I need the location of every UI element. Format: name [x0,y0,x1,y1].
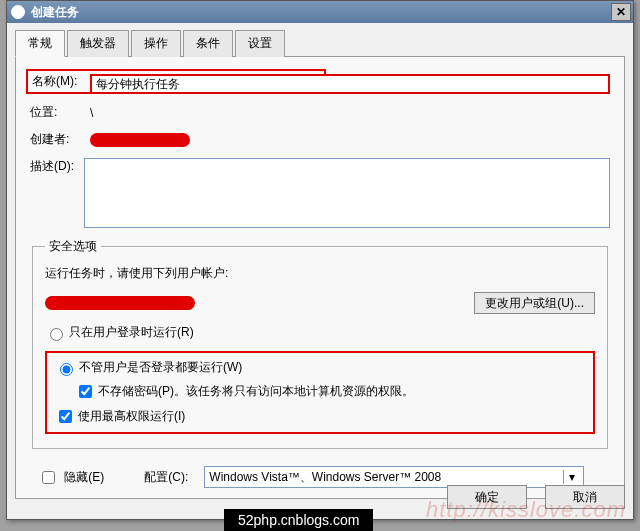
title-bar[interactable]: 创建任务 ✕ [7,1,633,23]
close-button[interactable]: ✕ [611,3,631,21]
name-label: 名称(M): [32,73,92,90]
tab-general[interactable]: 常规 [15,30,65,57]
tab-actions[interactable]: 操作 [131,30,181,57]
radio-run-whether-logged[interactable] [60,363,73,376]
radio-only-logged-on-label: 只在用户登录时运行(R) [69,324,194,341]
description-input[interactable] [84,158,610,228]
app-icon [11,5,25,19]
window-title: 创建任务 [31,4,79,21]
author-label: 创建者: [30,131,90,148]
security-options-group: 安全选项 运行任务时，请使用下列用户帐户: 更改用户或组(U)... 只在用户登… [32,238,608,449]
tab-conditions[interactable]: 条件 [183,30,233,57]
tab-settings[interactable]: 设置 [235,30,285,57]
run-as-label: 运行任务时，请使用下列用户帐户: [45,265,228,282]
security-legend: 安全选项 [45,238,101,255]
location-value: \ [90,106,93,120]
checkbox-no-store-password-label: 不存储密码(P)。该任务将只有访问本地计算机资源的权限。 [98,383,414,400]
ok-button[interactable]: 确定 [447,485,527,509]
change-user-button[interactable]: 更改用户或组(U)... [474,292,595,314]
radio-only-logged-on[interactable] [50,328,63,341]
location-label: 位置: [30,104,90,121]
author-value-redacted [90,133,190,147]
run-as-account-redacted [45,296,195,310]
source-attribution: 52php.cnblogs.com [224,509,373,531]
tab-triggers[interactable]: 触发器 [67,30,129,57]
cancel-button[interactable]: 取消 [545,485,625,509]
tab-panel-general: 名称(M): . 位置: \ 创建者: 描述(D): 安全选项 运行任务时，请使… [15,57,625,499]
create-task-dialog: 创建任务 ✕ 常规 触发器 操作 条件 设置 名称(M): . 位置: \ [6,0,634,520]
name-input[interactable] [90,74,610,94]
tab-strip: 常规 触发器 操作 条件 设置 [15,29,625,57]
checkbox-no-store-password[interactable] [79,385,92,398]
checkbox-highest-privileges[interactable] [59,410,72,423]
checkbox-highest-privileges-label: 使用最高权限运行(I) [78,408,185,425]
description-label: 描述(D): [30,158,84,175]
radio-run-whether-logged-label: 不管用户是否登录都要运行(W) [79,359,242,376]
